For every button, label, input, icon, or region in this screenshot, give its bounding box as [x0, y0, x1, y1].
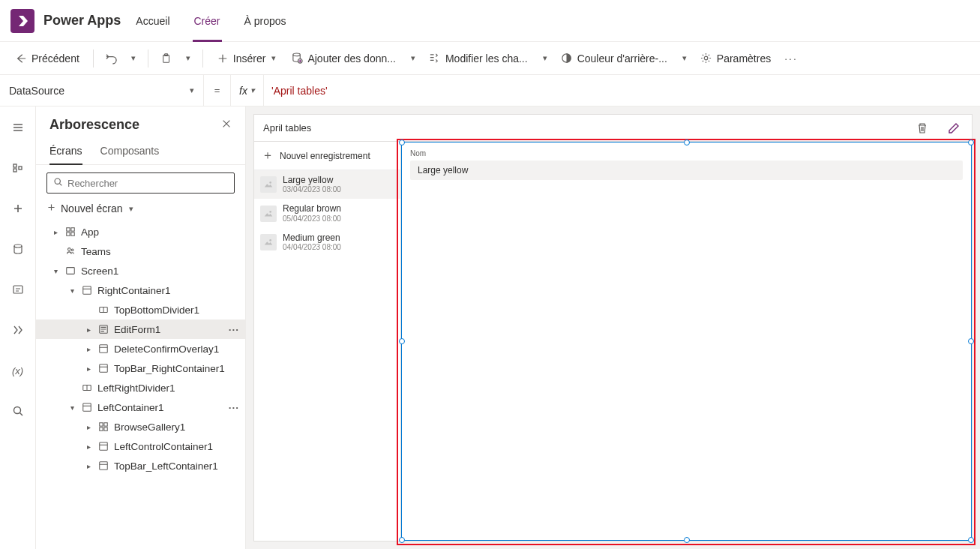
add-data-dropdown[interactable]: ▾	[405, 49, 420, 68]
chevron-down-icon: ▾	[129, 204, 133, 214]
tree-item-TopBar_RightContainer1[interactable]: ▸TopBar_RightContainer1	[36, 358, 245, 378]
image-placeholder-icon	[260, 206, 277, 222]
search-pane-button[interactable]	[4, 398, 31, 424]
tree-arrow-icon[interactable]: ▸	[84, 423, 93, 431]
record-name: Regular brown	[283, 203, 341, 214]
edit-fields-dropdown[interactable]: ▾	[537, 49, 552, 68]
svg-point-11	[13, 407, 20, 414]
tree-item-label: RightContainer1	[97, 285, 171, 296]
record-item[interactable]: Large yellow03/04/2023 08:00	[254, 170, 400, 199]
nav-apropos[interactable]: À propos	[243, 0, 288, 42]
record-date: 03/04/2023 08:00	[283, 185, 341, 194]
paste-dropdown[interactable]: ▾	[180, 49, 195, 68]
undo-button[interactable]	[101, 48, 122, 69]
fx-button[interactable]: fx ▾	[231, 75, 264, 106]
resize-handle[interactable]	[968, 338, 974, 344]
tree-item-DeleteConfirmOverlay1[interactable]: ▸DeleteConfirmOverlay1	[36, 339, 245, 358]
svg-point-18	[71, 249, 73, 251]
separator	[202, 50, 203, 68]
container-icon	[97, 362, 109, 374]
main-area: (x) Arborescence Écrans Composants	[0, 106, 980, 549]
tree-item-BrowseGallery1[interactable]: ▸BrowseGallery1	[36, 417, 245, 436]
add-data-button[interactable]: Ajouter des donn...	[285, 48, 402, 69]
resize-handle[interactable]	[399, 338, 405, 344]
form-layout-icon	[429, 52, 441, 64]
record-item[interactable]: Regular brown05/04/2023 08:00	[254, 199, 400, 227]
close-icon[interactable]	[221, 118, 232, 131]
paste-icon	[160, 52, 172, 64]
tree-item-Teams[interactable]: Teams	[36, 242, 245, 261]
back-button[interactable]: Précédent	[9, 48, 85, 69]
media-pane-button[interactable]	[4, 276, 31, 303]
selection-outline	[401, 142, 972, 541]
tree-arrow-icon[interactable]: ▾	[51, 267, 60, 275]
resize-handle[interactable]	[968, 537, 974, 543]
tree-arrow-icon[interactable]: ▾	[67, 286, 76, 295]
svg-rect-27	[100, 423, 103, 426]
tab-screens[interactable]: Écrans	[49, 140, 82, 164]
more-icon[interactable]: ···	[229, 324, 239, 335]
insert-button[interactable]: Insérer ▾	[211, 48, 283, 69]
tree-item-Screen1[interactable]: ▾Screen1	[36, 261, 245, 280]
variables-pane-button[interactable]: (x)	[4, 357, 31, 384]
more-commands-button[interactable]: ···	[780, 48, 802, 69]
tree-item-TopBar_LeftContainer1[interactable]: ▸TopBar_LeftContainer1	[36, 456, 245, 476]
tree-arrow-icon[interactable]: ▾	[67, 404, 76, 412]
more-icon[interactable]: ···	[229, 402, 239, 413]
container-icon	[81, 284, 93, 296]
tree-item-LeftRightDivider1[interactable]: LeftRightDivider1	[36, 378, 245, 398]
tree-item-label: LeftRightDivider1	[97, 382, 175, 394]
tree-item-LeftContainer1[interactable]: ▾LeftContainer1···	[36, 398, 245, 417]
search-input[interactable]	[67, 178, 228, 189]
tree-item-LeftControlContainer1[interactable]: ▸LeftControlContainer1	[36, 436, 245, 456]
tree-item-EditForm1[interactable]: ▸EditForm1···	[36, 320, 245, 339]
search-box[interactable]	[46, 172, 235, 194]
chevron-down-icon: ▾	[271, 53, 276, 63]
tree-arrow-icon[interactable]: ▸	[84, 326, 93, 334]
svg-rect-0	[163, 55, 169, 62]
svg-point-12	[55, 178, 60, 184]
svg-point-17	[68, 248, 71, 251]
edit-icon[interactable]	[945, 119, 963, 137]
tree-arrow-icon[interactable]: ▸	[84, 364, 93, 373]
new-screen-button[interactable]: Nouvel écran ▾	[36, 198, 245, 222]
bg-color-dropdown[interactable]: ▾	[676, 49, 691, 68]
undo-dropdown[interactable]: ▾	[125, 49, 140, 68]
nav-creer[interactable]: Créer	[193, 0, 222, 42]
tab-components[interactable]: Composants	[100, 140, 160, 164]
resize-handle[interactable]	[684, 140, 690, 146]
edit-fields-button[interactable]: Modifier les cha...	[423, 48, 534, 69]
new-record-button[interactable]: ＋ Nouvel enregistrement	[254, 142, 400, 170]
bg-color-button[interactable]: Couleur d'arrière-...	[555, 48, 673, 69]
data-pane-button[interactable]	[4, 236, 31, 262]
form-pane[interactable]: Nom Large yellow	[401, 142, 972, 541]
svg-point-33	[269, 182, 271, 184]
tree-item-TopBottomDivider1[interactable]: TopBottomDivider1	[36, 300, 245, 320]
tree-arrow-icon[interactable]: ▸	[51, 228, 60, 236]
tree-item-RightContainer1[interactable]: ▾RightContainer1	[36, 280, 245, 300]
insert-pane-button[interactable]	[4, 195, 31, 222]
delete-icon[interactable]	[913, 119, 931, 137]
formula-input[interactable]: 'April tables'	[264, 75, 980, 106]
property-selector[interactable]: DataSource ▾	[0, 75, 204, 106]
settings-button[interactable]: Paramètres	[694, 48, 777, 69]
hamburger-button[interactable]	[4, 114, 31, 141]
tree-view-button[interactable]	[4, 154, 31, 182]
divider-icon	[81, 382, 93, 394]
record-item[interactable]: Medium green04/04/2023 08:00	[254, 228, 400, 256]
svg-point-35	[269, 239, 271, 242]
equals-sign: =	[204, 75, 231, 106]
tree-arrow-icon[interactable]: ▸	[84, 462, 93, 470]
paste-button[interactable]	[156, 48, 177, 69]
resize-handle[interactable]	[399, 537, 405, 543]
nav-accueil[interactable]: Accueil	[134, 0, 171, 42]
tree-item-App[interactable]: ▸App	[36, 222, 245, 242]
tree-item-label: TopBar_LeftContainer1	[114, 460, 218, 472]
plus-icon	[217, 52, 229, 64]
resize-handle[interactable]	[684, 537, 690, 543]
tree-arrow-icon[interactable]: ▸	[84, 345, 93, 353]
flows-pane-button[interactable]	[4, 316, 31, 344]
resize-handle[interactable]	[399, 140, 405, 146]
resize-handle[interactable]	[968, 140, 974, 146]
tree-arrow-icon[interactable]: ▸	[84, 442, 93, 451]
